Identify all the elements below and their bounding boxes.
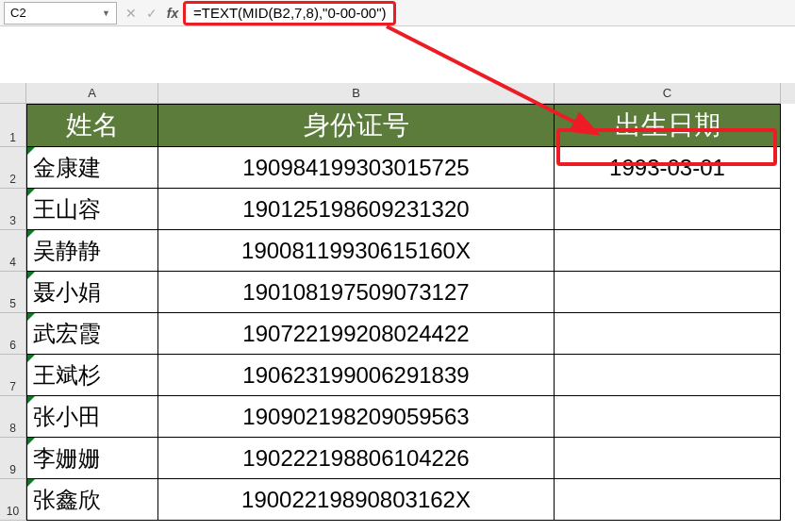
formula-input-wrap[interactable]: =TEXT(MID(B2,7,8),"0-00-00") xyxy=(183,2,795,25)
formula-input[interactable]: =TEXT(MID(B2,7,8),"0-00-00") xyxy=(183,1,396,25)
header-label: 出生日期 xyxy=(615,108,720,143)
cell-dob[interactable] xyxy=(555,272,781,313)
name-box[interactable]: C2 ▼ xyxy=(4,2,117,25)
formula-bar: C2 ▼ ✕ ✓ fx =TEXT(MID(B2,7,8),"0-00-00") xyxy=(0,0,795,26)
row-header[interactable]: 7 xyxy=(0,355,26,396)
header-label: 姓名 xyxy=(66,108,119,143)
header-cell-name[interactable]: 姓名 xyxy=(26,104,158,147)
col-header-C[interactable]: C xyxy=(555,83,781,104)
cell-name[interactable]: 张小田 xyxy=(26,396,158,438)
cell-dob[interactable] xyxy=(555,230,781,272)
confirm-icon[interactable]: ✓ xyxy=(141,6,162,21)
cell-dob[interactable]: 1993-03-01 xyxy=(555,147,781,189)
select-all-corner[interactable] xyxy=(0,83,26,104)
table-header-row: 1 姓名 身份证号 出生日期 xyxy=(0,104,795,147)
cell-dob[interactable] xyxy=(555,479,781,521)
cancel-icon[interactable]: ✕ xyxy=(121,6,141,21)
cell-dob[interactable] xyxy=(555,396,781,438)
formula-text: =TEXT(MID(B2,7,8),"0-00-00") xyxy=(193,5,386,21)
cell-id[interactable]: 190623199006291839 xyxy=(158,355,555,396)
cell-id[interactable]: 19002219890803162X xyxy=(158,479,555,521)
row-header[interactable]: 2 xyxy=(0,147,26,189)
cell-dob[interactable] xyxy=(555,189,781,230)
cell-dob[interactable] xyxy=(555,355,781,396)
spreadsheet-grid: A B C 1 姓名 身份证号 出生日期 2金康建190984199303015… xyxy=(0,83,795,521)
header-label: 身份证号 xyxy=(304,108,409,143)
row-header[interactable]: 4 xyxy=(0,230,26,272)
cell-id[interactable]: 190984199303015725 xyxy=(158,147,555,189)
table-row: 2金康建1909841993030157251993-03-01 xyxy=(0,147,795,189)
cell-name[interactable]: 李姗姗 xyxy=(26,438,158,479)
col-label: B xyxy=(352,86,360,100)
table-row: 8张小田190902198209059563 xyxy=(0,396,795,438)
cell-dob[interactable] xyxy=(555,313,781,355)
cell-id[interactable]: 190722199208024422 xyxy=(158,313,555,355)
row-header[interactable]: 10 xyxy=(0,479,26,521)
col-header-B[interactable]: B xyxy=(158,83,555,104)
cell-dob[interactable] xyxy=(555,438,781,479)
cell-name[interactable]: 王斌杉 xyxy=(26,355,158,396)
spacer xyxy=(0,26,795,83)
name-box-value: C2 xyxy=(10,6,26,20)
cell-name[interactable]: 吴静静 xyxy=(26,230,158,272)
header-cell-id[interactable]: 身份证号 xyxy=(158,104,555,147)
row-header[interactable]: 3 xyxy=(0,189,26,230)
table-row: 6武宏霞190722199208024422 xyxy=(0,313,795,355)
cell-id[interactable]: 190902198209059563 xyxy=(158,396,555,438)
table-row: 9李姗姗190222198806104226 xyxy=(0,438,795,479)
cell-name[interactable]: 武宏霞 xyxy=(26,313,158,355)
row-header[interactable]: 6 xyxy=(0,313,26,355)
col-label: C xyxy=(663,86,671,100)
chevron-down-icon[interactable]: ▼ xyxy=(102,8,110,18)
table-row: 7王斌杉190623199006291839 xyxy=(0,355,795,396)
table-row: 3王山容190125198609231320 xyxy=(0,189,795,230)
table-row: 10张鑫欣19002219890803162X xyxy=(0,479,795,521)
fx-icon[interactable]: fx xyxy=(162,6,183,21)
row-header[interactable]: 8 xyxy=(0,396,26,438)
header-cell-dob[interactable]: 出生日期 xyxy=(555,104,781,147)
table-row: 4吴静静19008119930615160X xyxy=(0,230,795,272)
cell-id[interactable]: 19008119930615160X xyxy=(158,230,555,272)
col-header-A[interactable]: A xyxy=(26,83,158,104)
row-header[interactable]: 5 xyxy=(0,272,26,313)
column-headers: A B C xyxy=(0,83,795,104)
cell-id[interactable]: 190222198806104226 xyxy=(158,438,555,479)
cell-id[interactable]: 190108197509073127 xyxy=(158,272,555,313)
row-header-1[interactable]: 1 xyxy=(0,104,26,147)
cell-id[interactable]: 190125198609231320 xyxy=(158,189,555,230)
cell-name[interactable]: 金康建 xyxy=(26,147,158,189)
cell-name[interactable]: 聂小娟 xyxy=(26,272,158,313)
table-row: 5聂小娟190108197509073127 xyxy=(0,272,795,313)
row-header[interactable]: 9 xyxy=(0,438,26,479)
col-label: A xyxy=(88,86,96,100)
cell-name[interactable]: 王山容 xyxy=(26,189,158,230)
cell-name[interactable]: 张鑫欣 xyxy=(26,479,158,521)
